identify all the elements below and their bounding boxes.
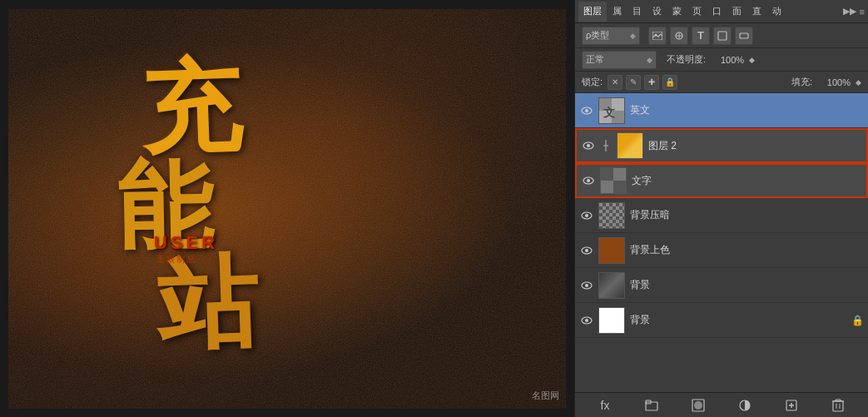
layer-name-bg2: 背景 [630,278,863,292]
watermark: 名图网 [532,390,559,402]
lock-move-icon[interactable]: ✚ [644,75,659,90]
canvas-area: 充 能 站 USER 无限制品 名图网 [0,0,574,417]
tab-expand[interactable]: ▶▶ ≡ [843,6,865,17]
adjustment-button[interactable] [736,396,754,415]
opacity-value[interactable]: 100% [711,55,744,65]
filter-image-icon[interactable] [648,27,667,45]
svg-rect-22 [601,181,613,193]
svg-rect-40 [833,401,843,411]
tab-settings[interactable]: 设 [647,2,667,22]
svg-rect-20 [601,168,613,181]
filter-icons: T [648,27,753,45]
sub-text: 无限制品 [156,254,196,266]
tab-face[interactable]: 面 [727,2,746,22]
fill-value[interactable]: 100% [817,77,851,87]
layer-thumb-bg1 [598,307,625,334]
filter-adjust-icon[interactable] [735,27,753,45]
layer-item-bg1[interactable]: 背景 🔒 [575,303,868,338]
svg-point-29 [585,284,588,287]
tab-channels[interactable]: 目 [627,2,647,22]
layer-thumb-bgjya [598,202,625,229]
tab-bar: 图层 属 目 设 蒙 页 口 面 直 动 ▶▶ ≡ [575,0,868,23]
lock-pixels-icon[interactable]: ✕ [608,75,622,90]
lock-label: 锁定: [582,76,603,88]
layer-item-bgjya[interactable]: 背景压暗 [575,198,868,233]
menu-icon: ≡ [860,7,865,17]
blend-mode-label: 正常 [586,53,604,66]
lock-paint-icon[interactable]: ✎ [626,75,641,90]
svg-text:文: 文 [603,106,615,119]
eye-icon-layer2[interactable] [582,139,595,152]
filter-shape-icon[interactable] [713,27,732,45]
tab-window[interactable]: 口 [707,2,727,22]
svg-rect-6 [740,33,748,38]
panels-area: 图层 属 目 设 蒙 页 口 面 直 动 ▶▶ ≡ ρ类型 ◆ [574,0,868,417]
svg-point-19 [587,179,590,182]
eye-icon-bgjya[interactable] [580,209,593,222]
filter-row: ρ类型 ◆ T [575,23,868,48]
opacity-arrow: ◆ [749,56,755,64]
fill-arrow: ◆ [856,78,861,87]
new-layer-button[interactable] [782,396,801,415]
svg-rect-5 [718,32,727,40]
filter-type-select[interactable]: ρ类型 ◆ [582,27,640,45]
layer-name-bg1: 背景 [630,313,846,327]
calligraphy-top: 充 [140,57,239,161]
svg-point-27 [585,249,588,252]
calligraphy-bottom: 站 [156,252,257,355]
filter-text-icon[interactable]: T [692,27,710,45]
layer-lock-icon: 🔒 [851,315,863,326]
tab-page[interactable]: 页 [687,2,707,22]
svg-rect-21 [613,168,626,181]
layer-name-layer2: 图层 2 [648,139,861,153]
layers-panel: ρ类型 ◆ T 正常 [575,23,868,417]
svg-point-35 [694,401,702,410]
layer-thumb-bg2 [598,272,625,299]
blend-mode-select[interactable]: 正常 ◆ [582,51,657,69]
blend-select-arrow: ◆ [647,56,652,64]
filter-label: ρ类型 [586,29,609,42]
fill-label: 填充: [791,76,812,88]
filter-pen-icon[interactable] [670,27,688,45]
delete-layer-button[interactable] [829,396,847,415]
tab-straight[interactable]: 直 [747,2,766,22]
svg-point-15 [587,144,590,147]
tab-move[interactable]: 动 [767,2,786,22]
layer-list: 文 英文 图层 2 [575,93,868,392]
add-mask-button[interactable] [689,396,707,415]
layer-thumb-layer2 [617,132,643,159]
filter-select-arrow: ◆ [630,32,636,40]
user-text: USER [154,232,218,254]
layer-thumb-wenzi [600,167,627,194]
layer-item-bg2[interactable]: 背景 [575,268,868,303]
tab-mask[interactable]: 蒙 [667,2,687,22]
tab-properties[interactable]: 属 [608,2,627,22]
tab-layers[interactable]: 图层 [578,2,607,22]
eye-icon-yingwen[interactable] [580,104,593,117]
svg-rect-42 [836,400,841,401]
fx-button[interactable]: fx [596,396,614,415]
eye-icon-wenzi[interactable] [582,174,595,187]
layer-name-yingwen: 英文 [630,103,863,117]
new-group-button[interactable] [642,396,661,415]
lock-icons: ✕ ✎ ✚ 🔒 [608,75,677,90]
eye-icon-bg1[interactable] [580,314,593,327]
layer-item-yingwen[interactable]: 文 英文 [575,93,868,128]
expand-icon: ▶▶ [843,6,856,17]
layer-thumb-bgsys [598,237,625,264]
link-icon-layer2 [600,140,612,151]
eye-icon-bg2[interactable] [580,279,593,292]
lock-all-icon[interactable]: 🔒 [662,75,677,90]
canvas-image: 充 能 站 USER 无限制品 名图网 [8,9,566,409]
layer-item-bgsys[interactable]: 背景上色 [575,233,868,268]
layer-bottom-bar: fx [575,392,868,417]
layer-name-bgjya: 背景压暗 [630,208,863,222]
eye-icon-bgsys[interactable] [580,244,593,257]
lock-row: 锁定: ✕ ✎ ✚ 🔒 填充: 100% ◆ [575,72,868,93]
svg-rect-23 [613,181,626,193]
layer-item-layer2[interactable]: 图层 2 [575,128,868,163]
blend-row: 正常 ◆ 不透明度: 100% ◆ [575,48,868,72]
opacity-label: 不透明度: [667,53,706,66]
canvas-texture [8,9,566,409]
layer-item-wenzi[interactable]: 文字 [575,163,868,198]
